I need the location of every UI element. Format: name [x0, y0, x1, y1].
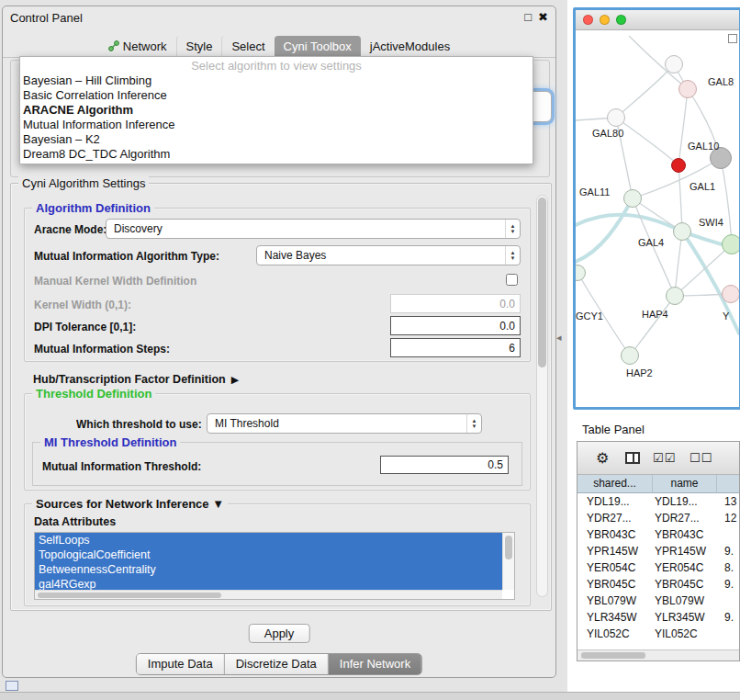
combo-down-arrow: ▼: [510, 229, 516, 234]
network-node[interactable]: [623, 189, 642, 208]
combo-arrows-icon: ▲ ▼: [466, 414, 481, 433]
column-header-name[interactable]: name: [653, 475, 717, 492]
canvas-scroll-button[interactable]: [728, 34, 737, 43]
table-row[interactable]: YBR043C YBR043C: [577, 526, 739, 543]
network-canvas[interactable]: GAL8 GAL80 GAL10 GAL11 GAL1 SWI4 GAL4 GC…: [576, 30, 739, 410]
zoom-window-button[interactable]: [616, 15, 626, 25]
expanded-arrow-icon[interactable]: ▼: [212, 497, 224, 511]
list-hscroll-thumb[interactable]: [38, 593, 221, 598]
table-row[interactable]: YPR145W YPR145W 9.: [577, 543, 739, 559]
table-row[interactable]: YBL079W YBL079W: [577, 593, 739, 609]
settings-group-title: Cyni Algorithm Settings: [18, 176, 149, 190]
tab-jactivemodules[interactable]: jActiveModules: [361, 36, 459, 57]
cell-name: YPR145W: [653, 543, 717, 559]
tab-impute-data[interactable]: Impute Data: [137, 654, 224, 674]
list-item-topologicalcoefficient[interactable]: TopologicalCoefficient: [35, 548, 502, 562]
kernel-width-label: Kernel Width (0,1):: [34, 299, 131, 311]
network-node[interactable]: [607, 108, 625, 127]
panel-divider-collapse-icon[interactable]: ◂: [556, 332, 562, 344]
table-horizontal-scrollbar[interactable]: [577, 649, 739, 660]
cell-value: 12: [717, 510, 739, 526]
table-row[interactable]: YBR045C YBR045C 9.: [577, 576, 739, 593]
tab-network[interactable]: Network: [99, 36, 176, 57]
cell-shared-name: YDL19...: [577, 493, 653, 510]
list-item-betweennesscentrality[interactable]: BetweennessCentrality: [35, 562, 502, 577]
minimized-panel-icon[interactable]: [6, 681, 18, 691]
network-node[interactable]: [621, 346, 639, 365]
threshold-definition-title: Threshold Definition: [32, 387, 155, 401]
network-node[interactable]: [678, 80, 697, 98]
cell-shared-name: YIL052C: [577, 626, 653, 642]
mi-threshold-input[interactable]: [380, 456, 509, 474]
column-header-shared-name[interactable]: shared...: [577, 475, 653, 492]
network-node[interactable]: [673, 222, 691, 241]
aracne-mode-select[interactable]: Discovery ▲ ▼: [106, 219, 521, 239]
close-window-button[interactable]: [583, 15, 593, 25]
list-vertical-scrollbar[interactable]: [502, 533, 514, 590]
table-row[interactable]: YER054C YER054C 8.: [577, 559, 739, 576]
sources-group: Sources for Network Inference ▼ Data Att…: [24, 503, 531, 606]
manual-kernel-label: Manual Kernel Width Definition: [34, 275, 196, 288]
mi-steps-input[interactable]: [390, 338, 521, 357]
hub-definition-label: Hub/Transcription Factor Definition: [33, 373, 226, 386]
tab-select[interactable]: Select: [221, 36, 274, 57]
cell-value: [717, 626, 739, 642]
list-item-selfloops[interactable]: SelfLoops: [35, 533, 502, 548]
column-header-extra[interactable]: [717, 475, 739, 492]
table-row[interactable]: YLR345W YLR345W 9.: [577, 609, 739, 626]
network-node[interactable]: [722, 285, 740, 303]
network-window-titlebar[interactable]: [576, 10, 739, 30]
menu-item-basic-correlation[interactable]: Basic Correlation Inference: [20, 88, 533, 103]
tab-cyni-toolbox[interactable]: Cyni Toolbox: [275, 36, 361, 57]
network-node-selected[interactable]: [671, 158, 686, 173]
table-row[interactable]: YIL052C YIL052C: [577, 626, 739, 642]
gear-icon[interactable]: ⚙: [596, 449, 609, 467]
select-none-icon[interactable]: ☐☐: [690, 451, 712, 465]
window-title: Control Panel: [10, 11, 83, 25]
menu-item-mutual-information[interactable]: Mutual Information Inference: [20, 118, 533, 132]
combo-down-arrow: ▼: [472, 423, 477, 429]
table-header: shared... name: [577, 475, 739, 493]
table-panel-toolbar: ⚙ ☑☑ ☐☐: [577, 442, 739, 475]
network-node[interactable]: [722, 234, 740, 254]
menu-item-bayesian-hill-climbing[interactable]: Bayesian – Hill Climbing: [20, 73, 533, 88]
settings-scrollbar-thumb[interactable]: [538, 198, 546, 367]
dropdown-placeholder: Select algorithm to view settings: [20, 59, 533, 73]
float-panel-icon[interactable]: □: [524, 10, 532, 24]
menu-item-aracne[interactable]: ARACNE Algorithm: [20, 103, 533, 118]
menu-item-bayesian-k2[interactable]: Bayesian – K2: [20, 132, 533, 147]
dpi-tolerance-input[interactable]: [390, 316, 521, 335]
mi-threshold-definition-title: MI Threshold Definition: [40, 435, 180, 449]
node-label: GAL10: [688, 141, 719, 152]
cell-shared-name: YBR043C: [577, 526, 653, 543]
node-label: GAL8: [708, 76, 734, 87]
close-panel-icon[interactable]: ✖: [538, 10, 548, 24]
tab-discretize-data[interactable]: Discretize Data: [224, 654, 328, 674]
dpi-tolerance-label: DPI Tolerance [0,1]:: [34, 321, 136, 333]
tab-style[interactable]: Style: [176, 36, 222, 57]
which-threshold-select[interactable]: MI Threshold ▲ ▼: [207, 413, 482, 434]
settings-scrollbar[interactable]: [536, 195, 548, 597]
columns-icon[interactable]: [625, 452, 640, 464]
network-node[interactable]: [665, 55, 683, 73]
network-node[interactable]: [666, 287, 684, 305]
list-vscroll-thumb[interactable]: [505, 536, 512, 559]
table-row[interactable]: YDL19... YDL19... 13: [577, 493, 739, 510]
mi-type-select[interactable]: Naive Bayes ▲ ▼: [256, 245, 521, 265]
table-row[interactable]: YDR27... YDR27... 12: [577, 510, 739, 526]
hub-definition-toggle[interactable]: Hub/Transcription Factor Definition▶: [33, 373, 239, 386]
node-label: GCY1: [576, 310, 603, 322]
kernel-width-input[interactable]: [390, 294, 521, 313]
table-hscroll-thumb[interactable]: [581, 652, 645, 659]
minimize-window-button[interactable]: [600, 15, 610, 25]
manual-kernel-checkbox[interactable]: [506, 274, 518, 286]
select-all-icon[interactable]: ☑☑: [653, 451, 676, 465]
menu-item-dream8[interactable]: Dream8 DC_TDC Algorithm: [20, 147, 533, 162]
list-horizontal-scrollbar[interactable]: [35, 590, 502, 599]
mi-steps-label: Mutual Information Steps:: [34, 343, 170, 356]
cell-name: YBR045C: [653, 576, 717, 593]
apply-button[interactable]: Apply: [249, 624, 310, 643]
tab-infer-network[interactable]: Infer Network: [328, 654, 421, 674]
cell-value: [717, 593, 739, 609]
cell-value: 9.: [717, 576, 739, 593]
